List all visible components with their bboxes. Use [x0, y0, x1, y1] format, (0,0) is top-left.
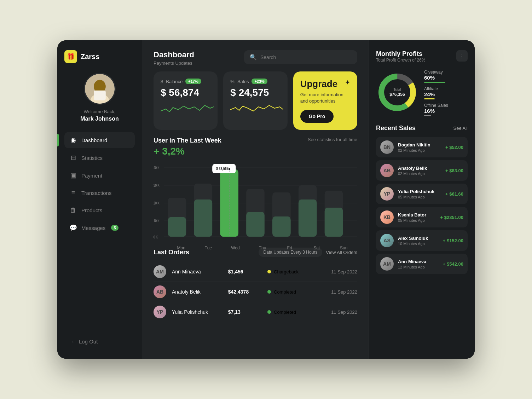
- search-input[interactable]: [260, 54, 352, 60]
- x-label-wed: Wed: [222, 245, 249, 250]
- order-name: Ann Minaeva: [172, 269, 222, 274]
- sale-name: Yulia Polishchuk: [398, 189, 441, 194]
- cards-row: $ Balance +17% $ 56,874 % Sales +23%: [142, 71, 369, 137]
- donut-area: Total $76,356 Giveaway 60% Affiliate 24%…: [376, 70, 468, 116]
- legend-bar: [424, 115, 431, 116]
- logout-icon: →: [69, 339, 75, 345]
- profits-subtitle: Total Profit Growth of 26%: [376, 58, 425, 63]
- legend-value: 60%: [424, 75, 448, 81]
- sale-name: Bogdan Nikitin: [398, 142, 441, 148]
- legend-label: Offline Sales: [424, 103, 448, 108]
- sidebar-item-messages[interactable]: 💬 Messages 5: [64, 220, 135, 236]
- x-label-sun: Sun: [330, 245, 357, 250]
- see-all-link[interactable]: See All: [453, 126, 468, 131]
- sale-amount: + $52.00: [445, 145, 463, 150]
- recent-sales-title: Recent Sales: [376, 125, 416, 132]
- logo-icon: 🎁: [64, 50, 77, 63]
- legend-bar: [424, 98, 435, 99]
- sidebar: 🎁 Zarss Welcome Back, Mark Johnson: [57, 40, 142, 359]
- logout-label: Log Out: [79, 339, 98, 345]
- logout-button[interactable]: → Log Out: [64, 334, 135, 349]
- svg-text:30 K: 30 K: [154, 183, 160, 188]
- more-options-button[interactable]: ⋮: [456, 50, 468, 62]
- sidebar-item-label: Products: [81, 207, 102, 213]
- balance-card: $ Balance +17% $ 56,874: [154, 71, 218, 130]
- order-avatar: AM: [154, 265, 166, 278]
- sidebar-item-dashboard[interactable]: ◉ Dashboard: [64, 132, 135, 148]
- order-status: Chargeback: [267, 269, 318, 274]
- chart-x-labels: Mon Tue Wed Thu Fri Sat Sun: [154, 245, 357, 250]
- sale-amount: + $2351.00: [440, 215, 463, 220]
- sale-name: Anatoly Belik: [398, 166, 441, 171]
- sale-name: Ann Minaeva: [398, 259, 439, 264]
- legend-value: 24%: [424, 91, 448, 97]
- sale-info: Ksenia Bator 05 Minutes Ago: [398, 212, 436, 222]
- sidebar-item-label: Messages: [81, 225, 105, 231]
- profits-title: Monthly Profits: [376, 50, 425, 58]
- statistics-icon: ⊟: [69, 154, 77, 162]
- sidebar-item-statistics[interactable]: ⊟ Statistics: [64, 150, 135, 166]
- sale-name: Alex Samoluk: [398, 236, 439, 241]
- legend-label: Affiliate: [424, 86, 448, 91]
- sale-amount: + $61.60: [445, 191, 463, 197]
- table-row: YP Yulia Polishchuk $7,13 Completed 11 S…: [154, 302, 357, 322]
- balance-icon: $: [161, 79, 163, 84]
- sale-amount: + $83.00: [445, 168, 463, 173]
- order-date: 11 Sep 2022: [324, 289, 357, 295]
- order-amount: $1,456: [228, 269, 262, 274]
- sale-info: Yulia Polishchuk 05 Minutes Ago: [398, 189, 441, 199]
- svg-text:$76,356: $76,356: [389, 92, 405, 97]
- legend-bar: [424, 82, 445, 83]
- sale-avatar: AB: [380, 164, 394, 177]
- page-subtitle: Payments Updates: [154, 60, 194, 66]
- svg-text:40 K: 40 K: [154, 166, 160, 170]
- order-avatar: YP: [154, 306, 166, 318]
- balance-chart: [161, 101, 210, 117]
- sidebar-item-payment[interactable]: ▣ Payment: [64, 167, 135, 184]
- products-icon: 🗑: [69, 207, 77, 214]
- upgrade-title: Upgrade: [300, 79, 350, 89]
- chart-title-area: User in The Last Week + 3,2%: [154, 137, 221, 161]
- status-label: Completed: [274, 310, 296, 315]
- table-row: AM Ann Minaeva $1,456 Chargeback 11 Sep …: [154, 262, 357, 282]
- donut-chart: Total $76,356: [376, 71, 418, 115]
- sale-avatar: BN: [380, 140, 394, 154]
- sale-avatar: YP: [380, 187, 394, 201]
- legend-offline: Offline Sales 16%: [424, 103, 448, 116]
- order-name: Anatoly Belik: [172, 289, 222, 295]
- sidebar-item-label: Transactions: [81, 190, 111, 196]
- svg-rect-25: [246, 212, 265, 237]
- avatar-area: Welcome Back, Mark Johnson: [64, 73, 135, 122]
- status-label: Chargeback: [274, 269, 299, 274]
- sale-info: Alex Samoluk 10 Minutes Ago: [398, 236, 439, 246]
- sidebar-item-transactions[interactable]: ≡ Transactions: [64, 185, 135, 201]
- page-title-area: Dashboard Payments Updates: [154, 50, 194, 66]
- go-pro-button[interactable]: Go Pro: [300, 110, 334, 123]
- app-container: 🎁 Zarss Welcome Back, Mark Johnson: [57, 40, 475, 359]
- sale-row: AS Alex Samoluk 10 Minutes Ago + $152.00: [376, 230, 468, 251]
- welcome-text: Welcome Back,: [83, 109, 115, 114]
- recent-sales-header: Recent Sales See All: [376, 125, 468, 132]
- sale-name: Ksenia Bator: [398, 212, 436, 218]
- orders-section: Last Orders Data Updates Every 3 Hours V…: [142, 248, 369, 359]
- order-amount: $7,13: [228, 309, 262, 315]
- sales-chart: [230, 101, 280, 117]
- sidebar-item-products[interactable]: 🗑 Products: [64, 202, 135, 218]
- sale-time: 05 Minutes Ago: [398, 195, 441, 199]
- profits-title-area: Monthly Profits Total Profit Growth of 2…: [376, 50, 425, 68]
- sidebar-item-label: Payment: [81, 173, 102, 179]
- svg-point-22: [228, 168, 230, 170]
- sales-card: % Sales +23% $ 24,575: [223, 71, 287, 130]
- payment-icon: ▣: [69, 172, 77, 179]
- balance-label: $ Balance +17%: [161, 79, 210, 84]
- sale-time: 12 Minutes Ago: [398, 265, 439, 269]
- logo-area: 🎁 Zarss: [64, 50, 135, 63]
- sale-info: Anatoly Belik 02 Minutes Ago: [398, 166, 441, 176]
- see-stats-link[interactable]: See statistics for all time: [308, 137, 357, 142]
- svg-rect-31: [325, 208, 343, 237]
- svg-text:$ 33,567: $ 33,567: [216, 166, 229, 171]
- sale-row: BN Bogdan Nikitin 02 Minutes Ago + $52.0…: [376, 137, 468, 157]
- order-name: Yulia Polishchuk: [172, 309, 222, 315]
- x-label-fri: Fri: [276, 245, 303, 250]
- orders-list: AM Ann Minaeva $1,456 Chargeback 11 Sep …: [154, 262, 357, 322]
